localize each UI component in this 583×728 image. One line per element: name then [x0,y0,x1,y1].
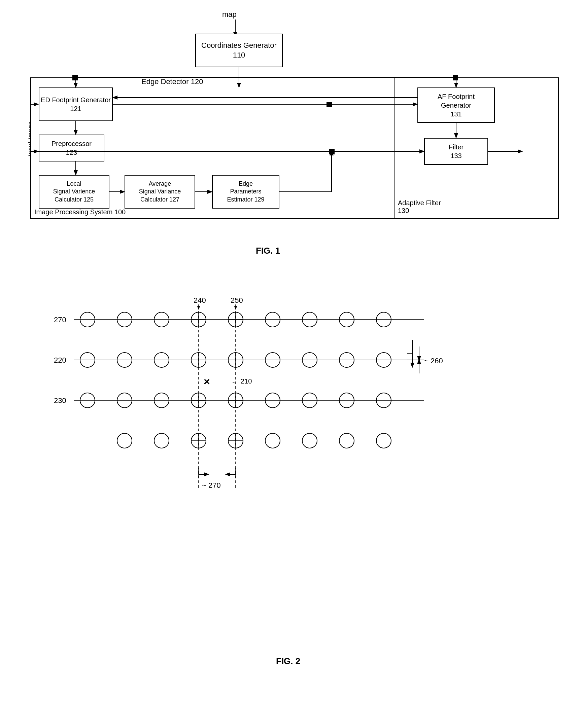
svg-rect-6 [72,75,78,80]
svg-point-68 [117,433,132,448]
svg-point-77 [302,433,317,448]
svg-text:~ 270: ~ 270 [202,481,221,490]
svg-text:230: 230 [54,396,66,405]
svg-point-76 [265,433,280,448]
svg-rect-7 [453,75,458,80]
svg-text:240: 240 [194,296,206,305]
svg-rect-22 [329,149,335,154]
svg-text:×: × [204,375,210,388]
fig2-diagram: × ~ 210 ~ 260 ~ 270 240 250 270 220 230 [20,286,562,690]
fig1-caption: FIG. 1 [256,245,280,256]
svg-text:270: 270 [54,316,66,324]
svg-point-78 [339,433,354,448]
svg-point-69 [154,433,169,448]
svg-text:250: 250 [231,296,243,305]
fig1-connections-svg [20,10,572,245]
svg-point-79 [376,433,391,448]
svg-text:~: ~ [232,379,236,387]
svg-text:210: 210 [241,378,252,385]
fig2-svg: × ~ 210 ~ 260 ~ 270 240 250 270 220 230 [20,286,562,663]
svg-rect-9 [327,102,332,107]
svg-text:220: 220 [54,356,66,364]
svg-text:~ 260: ~ 260 [424,357,443,365]
fig1-diagram: map input image output image Coordinates… [20,10,562,239]
fig2-caption: FIG. 2 [276,656,300,667]
